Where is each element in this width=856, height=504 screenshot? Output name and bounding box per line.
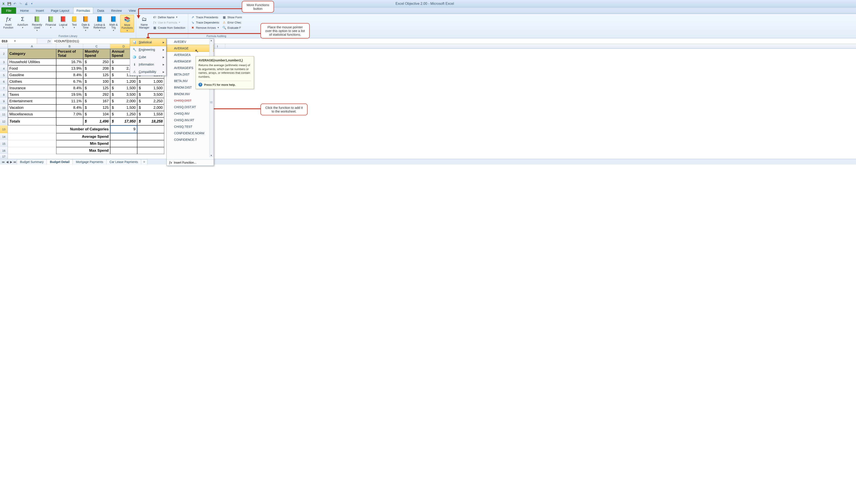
cell-lastyear[interactable]: $1,500 [137,85,164,91]
row-header[interactable]: 7 [0,85,8,91]
row-header[interactable]: 3 [0,59,8,65]
date-time-button[interactable]: 📙 Date & Time▼ [80,15,91,32]
menu-item-engineering[interactable]: 🔧Engineering▶ [130,46,166,53]
cell-percent[interactable]: 6.7% [56,78,83,85]
financial-button[interactable]: 📗 Financial▼ [45,15,57,29]
cell-category[interactable]: Clothes [8,78,56,85]
tab-data[interactable]: Data [94,7,107,14]
insert-function-menuitem[interactable]: ƒx Insert Function... [167,159,214,164]
text-button[interactable]: 📒 Text▼ [70,15,79,29]
row-header[interactable]: 16 [0,147,8,154]
totals-label[interactable]: Totals [8,118,56,125]
row-header[interactable]: 5 [0,72,8,78]
cell-percent[interactable]: 16.7% [56,59,83,65]
cell-monthly[interactable]: $104 [83,111,110,118]
menu-item-cube[interactable]: 🧊Cube▶ [130,53,166,61]
cell-blank[interactable] [110,140,137,147]
scroll-up-icon[interactable]: ▲ [210,39,212,41]
cell-monthly[interactable]: $292 [83,91,110,98]
row-header[interactable]: 15 [0,140,8,147]
row-header[interactable]: 4 [0,65,8,72]
row-header[interactable]: 10 [0,105,8,111]
cell-lastyear[interactable]: $1,000 [137,78,164,85]
totals-annual[interactable]: $17,950 [110,118,137,125]
cell-category[interactable]: Entertainment [8,98,56,105]
more-functions-button[interactable]: 📚 More Functions▼ [120,15,134,32]
cell-blank[interactable] [56,118,83,125]
cell-annual[interactable]: $1,500 [110,85,137,91]
sheet-tab[interactable]: Budget Detail [47,159,73,164]
cell-monthly[interactable]: $125 [83,105,110,111]
remove-arrows-button[interactable]: ✖Remove Arrows ▼ [190,25,220,30]
math-trig-button[interactable]: 📘 Math & Trig▼ [108,15,119,32]
tab-review[interactable]: Review [108,7,125,14]
lookup-reference-button[interactable]: 📘 Lookup & Reference▼ [92,15,107,32]
cell-annual[interactable]: $2,000 [110,98,137,105]
cell-percent[interactable]: 8.4% [56,72,83,78]
table-header[interactable]: Percent of Total [56,49,83,59]
logical-button[interactable]: 📕 Logical▼ [58,15,68,29]
insert-function-button[interactable]: ƒx Insert Function [2,15,15,30]
cell-lastyear[interactable]: $2,250 [137,98,164,105]
col-header-C[interactable]: C [83,44,110,49]
function-item-chisq-inv[interactable]: CHISQ.INV [167,110,214,117]
cell-blank[interactable] [8,140,56,147]
row-header[interactable]: 6 [0,78,8,85]
function-item-confidence-norm[interactable]: CONFIDENCE.NORM [167,130,214,137]
save-icon[interactable]: 💾 [7,1,11,6]
tab-formulas[interactable]: Formulas [73,7,93,14]
totals-monthly[interactable]: $1,496 [83,118,110,125]
sheet-nav-next-icon[interactable]: ▶ [9,160,13,164]
cell-lastyear[interactable]: $1,558 [137,111,164,118]
col-header-A[interactable]: A [8,44,56,49]
row-header[interactable]: 2 [0,49,8,59]
new-sheet-button[interactable]: ✧ [141,159,147,164]
cell-monthly[interactable]: $100 [83,78,110,85]
cell-category[interactable]: Insurance [8,85,56,91]
sheet-nav-first-icon[interactable]: ⏮ [1,160,5,164]
cell-blank[interactable] [110,133,137,140]
cell-monthly[interactable]: $167 [83,98,110,105]
cell-category[interactable]: Gasoline [8,72,56,78]
tab-insert[interactable]: Insert [33,7,47,14]
function-item-chisq-inv-rt[interactable]: CHISQ.INV.RT [167,117,214,123]
cell-annual[interactable]: $1,500 [110,105,137,111]
fx-label-icon[interactable]: ƒx [37,39,52,43]
row-header[interactable]: 17 [0,154,8,159]
row-header[interactable]: 14 [0,133,8,140]
function-item-average[interactable]: AVERAGE [167,45,214,52]
sheet-tab[interactable]: Car Lease Payments [106,159,141,164]
cell-percent[interactable]: 13.9% [56,65,83,72]
row-header[interactable]: 8 [0,91,8,98]
cell-blank[interactable] [137,133,164,140]
row-header[interactable]: 13 [0,125,8,133]
select-all-corner[interactable] [0,44,8,49]
cell-percent[interactable]: 11.1% [56,98,83,105]
menu-item-compatibility[interactable]: ⚠Compatibility▶ [130,68,166,75]
function-item-confidence-t[interactable]: CONFIDENCE.T [167,137,214,143]
cell-percent[interactable]: 19.5% [56,91,83,98]
cell-category[interactable]: Vacation [8,105,56,111]
recently-used-button[interactable]: 📗 Recently Used▼ [31,15,43,32]
cell-monthly[interactable]: $208 [83,65,110,72]
cell-monthly[interactable]: $250 [83,59,110,65]
cell-blank[interactable] [8,133,56,140]
cell-blank[interactable] [137,125,164,133]
tab-page-layout[interactable]: Page Layout [48,7,72,14]
cell-blank[interactable] [8,125,56,133]
totals-lastyear[interactable]: $18,258 [137,118,164,125]
scroll-thumb[interactable] [210,101,213,103]
undo-icon[interactable]: ↶ [13,1,17,6]
create-from-selection-button[interactable]: ▦Create from Selection [152,25,186,30]
cell-percent[interactable]: 8.4% [56,85,83,91]
cell-blank[interactable] [110,147,137,154]
tab-file[interactable]: File [1,7,16,14]
cell-category[interactable]: Miscellaneous [8,111,56,118]
function-item-chisq-test[interactable]: CHISQ.TEST [167,123,214,130]
function-item-chisq-dist-rt[interactable]: CHISQ.DIST.RT [167,104,214,110]
row-header[interactable]: 9 [0,98,8,105]
cell-monthly[interactable]: $125 [83,85,110,91]
label-avg_label[interactable]: Average Spend [56,133,110,140]
cell-monthly[interactable]: $125 [83,72,110,78]
cell-blank[interactable] [8,147,56,154]
